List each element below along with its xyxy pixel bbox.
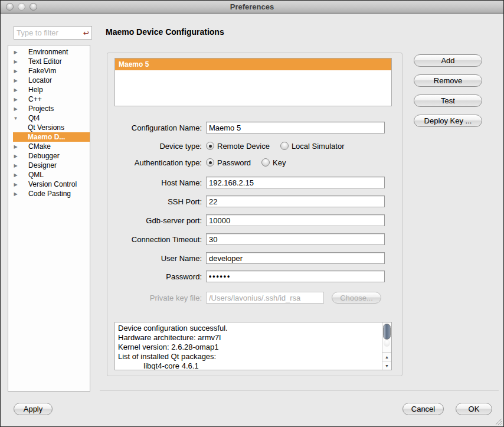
disclosure-triangle-icon[interactable]: ▶: [12, 59, 19, 64]
disclosure-triangle-icon[interactable]: ▶: [12, 69, 19, 74]
footer-divider: [100, 390, 499, 391]
sidebar-item-qml[interactable]: ▶QML: [8, 170, 90, 180]
radio-key[interactable]: Key: [261, 158, 286, 167]
device-type-label: Device type:: [107, 142, 202, 151]
device-configuration-group: Maemo 5 Configuration Name: Device type:…: [107, 53, 402, 376]
sidebar-item-debugger[interactable]: ▶Debugger: [8, 151, 90, 161]
filter-input[interactable]: [17, 28, 83, 37]
radio-button-icon: [206, 158, 214, 167]
preferences-window: Preferences ↩ Maemo Device Configuration…: [0, 0, 504, 427]
disclosure-triangle-icon[interactable]: ▶: [12, 87, 19, 93]
authentication-type-radio-group: Password Key: [206, 158, 296, 167]
user-name-label: User Name:: [107, 254, 202, 263]
private-key-file-label: Private key file:: [107, 294, 202, 302]
filter-box: ↩: [14, 26, 92, 40]
sidebar-item-text-editor[interactable]: ▶Text Editor: [8, 57, 90, 66]
device-configurations-list[interactable]: Maemo 5: [114, 58, 392, 106]
resize-grip-icon[interactable]: [494, 417, 502, 425]
sidebar-item-qt-versions[interactable]: Qt Versions: [8, 123, 90, 132]
disclosure-triangle-icon[interactable]: ▶: [12, 144, 19, 149]
disclosure-triangle-icon[interactable]: ▶: [12, 163, 19, 168]
scroll-down-arrow-icon[interactable]: ▼: [382, 361, 391, 370]
sidebar-item-designer[interactable]: ▶Designer: [8, 161, 90, 170]
radio-remote-device[interactable]: Remote Device: [206, 142, 270, 151]
scrollbar-thumb[interactable]: [383, 324, 391, 340]
scroll-up-arrow-icon[interactable]: ▲: [382, 352, 391, 361]
device-type-radio-group: Remote Device Local Simulator: [206, 142, 355, 151]
add-button[interactable]: Add: [414, 54, 482, 67]
list-item-maemo5[interactable]: Maemo 5: [115, 58, 391, 70]
scrollbar-track-glow: [384, 340, 390, 347]
radio-button-icon: [280, 142, 289, 150]
host-name-field[interactable]: [206, 177, 385, 188]
radio-local-simulator[interactable]: Local Simulator: [280, 142, 345, 151]
host-name-label: Host Name:: [107, 178, 202, 187]
disclosure-triangle-icon[interactable]: ▶: [12, 191, 19, 197]
deploy-key-button[interactable]: Deploy Key ...: [414, 115, 482, 127]
disclosure-triangle-icon[interactable]: ▶: [12, 106, 19, 112]
window-title: Preferences: [230, 2, 274, 11]
device-test-output-text: Device configuration successful. Hardwar…: [115, 322, 382, 370]
sidebar-item-projects[interactable]: ▶Projects: [8, 104, 90, 113]
connection-timeout-field[interactable]: [206, 233, 385, 245]
sidebar-item-environment[interactable]: ▶Environment: [8, 47, 90, 57]
sidebar-item-version-control[interactable]: ▶Version Control: [8, 180, 90, 189]
password-label: Password:: [107, 272, 202, 281]
radio-button-icon: [206, 142, 214, 150]
disclosure-triangle-icon[interactable]: ▶: [12, 50, 19, 55]
gdb-server-port-field[interactable]: [206, 214, 385, 226]
ssh-port-field[interactable]: [206, 195, 385, 207]
disclosure-triangle-icon[interactable]: ▶: [12, 154, 19, 159]
ok-button[interactable]: OK: [456, 403, 492, 415]
disclosure-triangle-icon[interactable]: ▶: [12, 172, 19, 178]
output-scrollbar[interactable]: ▲ ▼: [382, 322, 391, 370]
title-bar: Preferences: [1, 1, 503, 14]
gdb-server-port-label: Gdb-server port:: [107, 216, 202, 225]
disclosure-triangle-icon[interactable]: ▶: [12, 78, 19, 83]
sidebar-item-fakevim[interactable]: ▶FakeVim: [8, 66, 90, 76]
disclosure-triangle-icon[interactable]: ▶: [12, 97, 19, 102]
radio-password[interactable]: Password: [206, 158, 251, 167]
private-key-file-field[interactable]: [206, 292, 324, 304]
remove-button[interactable]: Remove: [414, 74, 482, 87]
sidebar-item-code-pasting[interactable]: ▶Code Pasting: [8, 189, 90, 198]
sidebar-item-maemo-device[interactable]: Maemo D...: [13, 132, 90, 142]
minimize-button-icon[interactable]: [18, 3, 25, 11]
page-title: Maemo Device Configurations: [106, 27, 224, 37]
authentication-type-label: Authentication type:: [107, 158, 202, 167]
ssh-port-label: SSH Port:: [107, 197, 202, 206]
clear-filter-icon[interactable]: ↩: [83, 30, 89, 37]
connection-timeout-label: Connection Timeout:: [107, 235, 202, 244]
cancel-button[interactable]: Cancel: [402, 403, 444, 415]
sidebar-item-cmake[interactable]: ▶CMake: [8, 142, 90, 151]
test-button[interactable]: Test: [414, 94, 482, 107]
sidebar-item-qt4[interactable]: ▼Qt4: [8, 113, 90, 123]
user-name-field[interactable]: [206, 252, 385, 264]
settings-category-tree: ▶Environment ▶Text Editor ▶FakeVim ▶Loca…: [8, 45, 90, 392]
sidebar-item-locator[interactable]: ▶Locator: [8, 76, 90, 85]
configuration-name-field[interactable]: [206, 122, 385, 133]
password-field[interactable]: [206, 270, 385, 282]
close-button-icon[interactable]: [6, 3, 14, 11]
radio-button-icon: [261, 158, 270, 167]
choose-button[interactable]: Choose...: [332, 292, 381, 304]
configuration-name-label: Configuration Name:: [107, 123, 202, 132]
sidebar-item-help[interactable]: ▶Help: [8, 85, 90, 94]
disclosure-triangle-icon[interactable]: ▼: [12, 116, 19, 121]
zoom-button-icon[interactable]: [30, 3, 37, 11]
sidebar-item-cpp[interactable]: ▶C++: [8, 94, 90, 104]
disclosure-triangle-icon[interactable]: ▶: [12, 182, 19, 187]
apply-button[interactable]: Apply: [14, 403, 53, 415]
device-test-output: Device configuration successful. Hardwar…: [114, 322, 392, 370]
